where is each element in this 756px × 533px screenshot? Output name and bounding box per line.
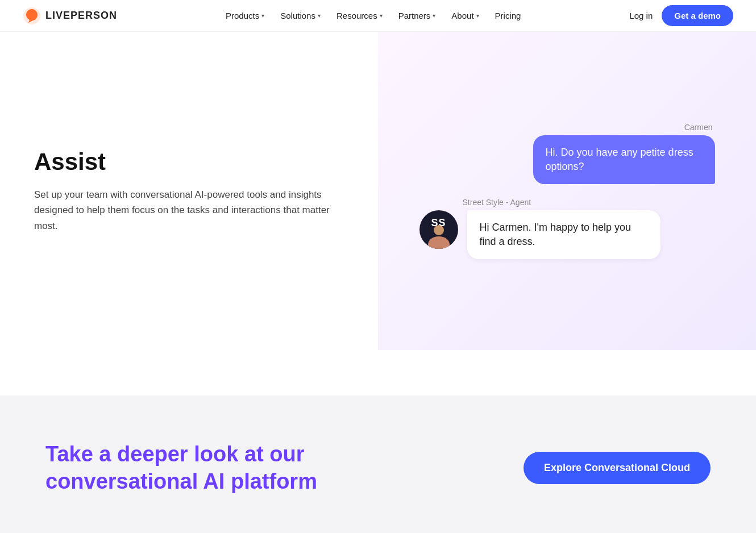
liveperson-logo-icon [23, 7, 41, 25]
nav-link-about[interactable]: About ▾ [445, 6, 485, 25]
login-button[interactable]: Log in [629, 11, 653, 20]
avatar-inner: SS [419, 210, 458, 249]
nav-item-partners[interactable]: Partners ▾ [392, 6, 443, 25]
right-panel: Carmen Hi. Do you have any petite dress … [378, 32, 756, 350]
navbar: LIVEPERSON Products ▾ Solutions ▾ Resour… [0, 0, 756, 32]
logo[interactable]: LIVEPERSON [23, 7, 117, 25]
nav-links: Products ▾ Solutions ▾ Resources ▾ Partn… [219, 6, 527, 25]
hero-description: Set up your team with conversational AI-… [34, 187, 330, 234]
nav-link-solutions[interactable]: Solutions ▾ [273, 6, 327, 25]
agent-name-label: Street Style - Agent [463, 198, 715, 207]
agent-avatar: SS [419, 210, 458, 249]
agent-message-body: SS Hi Carmen. I'm happy to help you find… [419, 210, 715, 259]
user-chat-block: Carmen Hi. Do you have any petite dress … [419, 123, 715, 184]
cta-section: Take a deeper look at our conversational… [0, 395, 756, 533]
chat-demo: Carmen Hi. Do you have any petite dress … [419, 123, 715, 260]
chevron-down-icon: ▾ [318, 13, 321, 19]
chevron-down-icon: ▾ [380, 13, 383, 19]
nav-link-products[interactable]: Products ▾ [219, 6, 271, 25]
chevron-down-icon: ▾ [433, 13, 435, 19]
spacer [0, 350, 756, 395]
cta-heading: Take a deeper look at our conversational… [45, 441, 364, 495]
logo-text: LIVEPERSON [45, 10, 117, 22]
agent-message-bubble: Hi Carmen. I'm happy to help you find a … [467, 210, 661, 259]
user-message-bubble: Hi. Do you have any petite dress options… [533, 135, 715, 184]
hero-title: Assist [34, 148, 344, 176]
chevron-down-icon: ▾ [476, 13, 479, 19]
nav-actions: Log in Get a demo [629, 5, 733, 26]
chat-user-name: Carmen [419, 123, 715, 132]
nav-item-products[interactable]: Products ▾ [219, 6, 271, 25]
get-demo-button[interactable]: Get a demo [662, 5, 733, 26]
nav-link-pricing[interactable]: Pricing [488, 6, 528, 25]
nav-item-about[interactable]: About ▾ [445, 6, 485, 25]
explore-cloud-button[interactable]: Explore Conversational Cloud [524, 452, 711, 484]
main-section: Assist Set up your team with conversatio… [0, 32, 756, 350]
left-panel: Assist Set up your team with conversatio… [0, 32, 378, 350]
nav-link-partners[interactable]: Partners ▾ [392, 6, 443, 25]
nav-link-resources[interactable]: Resources ▾ [330, 6, 389, 25]
nav-item-pricing[interactable]: Pricing [488, 6, 528, 25]
nav-item-resources[interactable]: Resources ▾ [330, 6, 389, 25]
agent-chat-block: Street Style - Agent SS Hi Carmen. I'm h [419, 198, 715, 259]
nav-item-solutions[interactable]: Solutions ▾ [273, 6, 327, 25]
chevron-down-icon: ▾ [261, 13, 264, 19]
